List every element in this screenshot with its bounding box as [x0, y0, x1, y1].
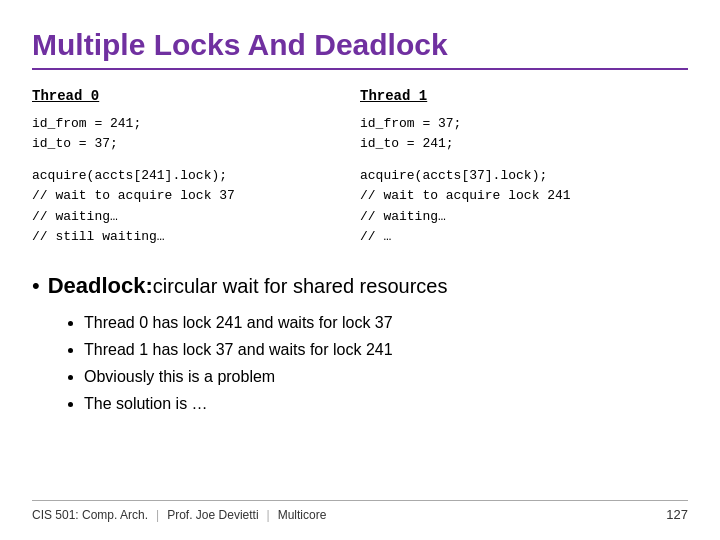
slide-title: Multiple Locks And Deadlock	[32, 28, 688, 70]
footer-sep-1: |	[156, 508, 159, 522]
footer-course: CIS 501: Comp. Arch.	[32, 508, 148, 522]
footer: CIS 501: Comp. Arch. | Prof. Joe Deviett…	[32, 500, 688, 522]
columns-container: Thread 0 id_from = 241; id_to = 37; acqu…	[32, 88, 688, 247]
col-0-code-line-4: // still waiting…	[32, 227, 344, 247]
col-1-vars: id_from = 37; id_to = 241;	[360, 114, 672, 154]
footer-professor: Prof. Joe Devietti	[167, 508, 258, 522]
col-0-code-line-3: // waiting…	[32, 207, 344, 227]
footer-left: CIS 501: Comp. Arch. | Prof. Joe Deviett…	[32, 508, 326, 522]
col-0-header: Thread 0	[32, 88, 344, 104]
col-1-code-line-2: // wait to acquire lock 241	[360, 186, 672, 206]
col-1-var-line-2: id_to = 241;	[360, 134, 672, 154]
column-0: Thread 0 id_from = 241; id_to = 37; acqu…	[32, 88, 360, 247]
bullet-item-3: The solution is …	[84, 390, 688, 417]
col-1-header: Thread 1	[360, 88, 672, 104]
footer-sep-2: |	[267, 508, 270, 522]
footer-page: 127	[666, 507, 688, 522]
col-1-code-line-4: // …	[360, 227, 672, 247]
col-0-code-line-2: // wait to acquire lock 37	[32, 186, 344, 206]
bullet-item-1: Thread 1 has lock 37 and waits for lock …	[84, 336, 688, 363]
bullet-item-0: Thread 0 has lock 241 and waits for lock…	[84, 309, 688, 336]
deadlock-header: • Deadlock: circular wait for shared res…	[32, 273, 688, 299]
col-1-code-line-1: acquire(accts[37].lock);	[360, 166, 672, 186]
bullet-item-2: Obviously this is a problem	[84, 363, 688, 390]
col-1-code-line-3: // waiting…	[360, 207, 672, 227]
deadlock-bullet: •	[32, 273, 40, 299]
col-1-var-line-1: id_from = 37;	[360, 114, 672, 134]
col-1-code: id_from = 37; id_to = 241; acquire(accts…	[360, 114, 672, 247]
col-0-var-line-1: id_from = 241;	[32, 114, 344, 134]
col-0-code: id_from = 241; id_to = 37; acquire(accts…	[32, 114, 344, 247]
col-0-vars: id_from = 241; id_to = 37;	[32, 114, 344, 154]
bullet-list: Thread 0 has lock 241 and waits for lock…	[84, 309, 688, 418]
column-1: Thread 1 id_from = 37; id_to = 241; acqu…	[360, 88, 688, 247]
col-0-var-line-2: id_to = 37;	[32, 134, 344, 154]
deadlock-rest: circular wait for shared resources	[153, 275, 448, 298]
footer-topic: Multicore	[278, 508, 327, 522]
deadlock-word: Deadlock:	[48, 273, 153, 299]
deadlock-section: • Deadlock: circular wait for shared res…	[32, 273, 688, 418]
slide: Multiple Locks And Deadlock Thread 0 id_…	[0, 0, 720, 540]
col-0-code-line-1: acquire(accts[241].lock);	[32, 166, 344, 186]
